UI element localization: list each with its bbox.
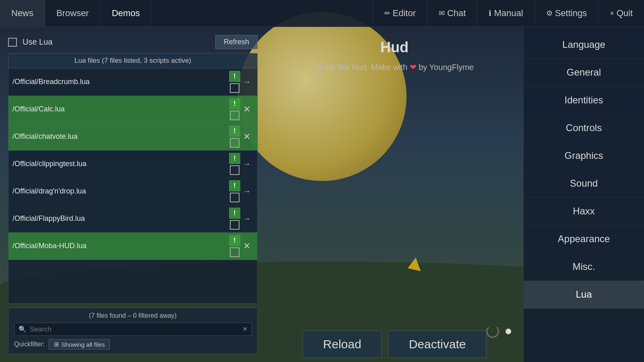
- search-clear-button[interactable]: ×: [243, 325, 247, 333]
- file-name: /Official/drag'n'drop.lua: [12, 187, 226, 195]
- nav-settings[interactable]: ⚙ Settings: [535, 0, 599, 27]
- search-row: 🔍 ×: [14, 323, 252, 336]
- table-row: /Official/Calc.lua ! ✕: [8, 96, 257, 123]
- close-icon: ×: [610, 9, 614, 18]
- file-actions: !: [229, 235, 240, 257]
- nav-chat[interactable]: ✉ Chat: [427, 0, 477, 27]
- chat-icon: ✉: [439, 9, 445, 18]
- arrow-button[interactable]: →: [240, 158, 253, 170]
- file-name: /Official/Breadcrumb.lua: [12, 78, 226, 86]
- exclaim-button[interactable]: !: [229, 125, 240, 137]
- nav-demos[interactable]: Demos: [101, 0, 152, 27]
- file-checkbox[interactable]: [230, 111, 239, 120]
- table-row: /Official/drag'n'drop.lua ! →: [8, 178, 257, 205]
- arrow-button[interactable]: →: [240, 76, 253, 88]
- file-name: /Official/clippingtest.lua: [12, 160, 226, 168]
- filter-count: (7 files found – 0 filtered away): [14, 312, 252, 319]
- file-actions: !: [229, 71, 240, 93]
- exclaim-button[interactable]: !: [229, 98, 240, 109]
- sidebar-item-misc[interactable]: Misc.: [524, 253, 644, 281]
- exclaim-button[interactable]: !: [229, 71, 240, 82]
- sidebar-item-identities[interactable]: Identities: [524, 86, 644, 114]
- nav-manual[interactable]: ℹ Manual: [477, 0, 534, 27]
- file-checkbox[interactable]: [230, 193, 239, 202]
- pencil-icon: ✏: [384, 9, 390, 18]
- quickfilter-icon: ⊞: [54, 341, 59, 348]
- sidebar-item-sound[interactable]: Sound: [524, 170, 644, 197]
- use-lua-label: Use Lua: [23, 37, 53, 47]
- info-icon: ℹ: [489, 9, 491, 18]
- sidebar-item-haxx[interactable]: Haxx: [524, 197, 644, 225]
- file-checkbox[interactable]: [230, 138, 239, 148]
- quickfilter-badge[interactable]: ⊞ Showing all files: [49, 339, 110, 350]
- table-row: /Official/Moba-HUD.lua ! ✕: [8, 232, 257, 260]
- file-actions: !: [229, 180, 240, 202]
- spinner-icon: [486, 325, 499, 338]
- file-name: /Official/Calc.lua: [12, 105, 226, 113]
- lua-header: Use Lua Refresh: [8, 35, 258, 49]
- sidebar-item-general[interactable]: General: [524, 59, 644, 86]
- sidebar-item-language[interactable]: Language: [524, 31, 644, 59]
- right-sidebar: Language General Identities Controls Gra…: [523, 27, 644, 362]
- sidebar-item-lua[interactable]: Lua: [524, 281, 644, 309]
- exclaim-button[interactable]: !: [229, 235, 240, 246]
- files-list: /Official/Breadcrumb.lua ! → /Official/C…: [8, 68, 258, 304]
- nav-quit[interactable]: × Quit: [598, 0, 644, 27]
- cursor-arrow-decoration: [405, 257, 421, 275]
- filter-panel: (7 files found – 0 filtered away) 🔍 × Qu…: [8, 308, 258, 354]
- sidebar-item-controls[interactable]: Controls: [524, 114, 644, 142]
- table-row: /Official/clippingtest.lua ! →: [8, 150, 257, 178]
- nav-right: ✏ Editor ✉ Chat ℹ Manual ⚙ Settings × Qu…: [373, 0, 644, 27]
- close-button[interactable]: ✕: [240, 104, 253, 115]
- use-lua-checkbox[interactable]: [8, 38, 17, 47]
- sidebar-item-appearance[interactable]: Appearance: [524, 225, 644, 253]
- reload-button[interactable]: Reload: [303, 331, 382, 358]
- exclaim-button[interactable]: !: [229, 180, 240, 191]
- file-actions: !: [229, 125, 240, 148]
- file-actions: !: [229, 208, 240, 230]
- file-checkbox[interactable]: [230, 247, 239, 257]
- action-buttons: Reload Deactivate: [303, 331, 487, 358]
- close-button[interactable]: ✕: [240, 241, 253, 252]
- deactivate-button[interactable]: Deactivate: [388, 331, 487, 358]
- table-row: /Official/Breadcrumb.lua ! →: [8, 68, 257, 96]
- refresh-button[interactable]: Refresh: [215, 35, 258, 49]
- file-checkbox[interactable]: [230, 165, 239, 175]
- hud-description: Moba like Hud. Make with ❤ by YoungFlyme: [315, 62, 474, 72]
- heart-icon: ❤: [410, 63, 417, 72]
- close-button[interactable]: ✕: [240, 131, 253, 142]
- table-row: /Official/FlappyBird.lua ! →: [8, 205, 257, 232]
- exclaim-button[interactable]: !: [229, 208, 240, 219]
- quickfilter-label: Quickfilter:: [14, 341, 45, 348]
- nav-news[interactable]: News: [0, 0, 45, 27]
- center-panel: Hud Moba like Hud. Make with ❤ by YoungF…: [266, 27, 523, 362]
- file-checkbox[interactable]: [230, 220, 239, 230]
- file-name: /Official/FlappyBird.lua: [12, 214, 226, 223]
- arrow-button[interactable]: →: [240, 213, 253, 224]
- top-nav: News Browser Demos ✏ Editor ✉ Chat ℹ Man…: [0, 0, 644, 27]
- search-input[interactable]: [30, 325, 243, 333]
- file-name: /Official/Moba-HUD.lua: [12, 242, 226, 250]
- gear-icon: ⚙: [546, 9, 553, 18]
- dot-icon: [506, 329, 511, 334]
- quickfilter-value: Showing all files: [62, 341, 105, 348]
- file-checkbox[interactable]: [230, 83, 239, 93]
- file-actions: !: [229, 98, 240, 120]
- center-bottom-icons: [486, 325, 511, 338]
- nav-browser[interactable]: Browser: [45, 0, 101, 27]
- search-icon: 🔍: [19, 325, 27, 333]
- main-area: Use Lua Refresh Lua files (7 files liste…: [0, 27, 644, 362]
- arrow-button[interactable]: →: [240, 186, 253, 197]
- exclaim-button[interactable]: !: [229, 153, 240, 164]
- file-name: /Official/chatvote.lua: [12, 132, 226, 141]
- sidebar-item-graphics[interactable]: Graphics: [524, 142, 644, 170]
- hud-title: Hud: [380, 39, 409, 56]
- left-panel: Use Lua Refresh Lua files (7 files liste…: [0, 27, 266, 362]
- nav-editor[interactable]: ✏ Editor: [373, 0, 427, 27]
- quickfilter-row: Quickfilter: ⊞ Showing all files: [14, 339, 252, 350]
- file-actions: !: [229, 153, 240, 175]
- files-header: Lua files (7 files listed, 3 scripts act…: [8, 53, 258, 68]
- table-row: /Official/chatvote.lua ! ✕: [8, 123, 257, 150]
